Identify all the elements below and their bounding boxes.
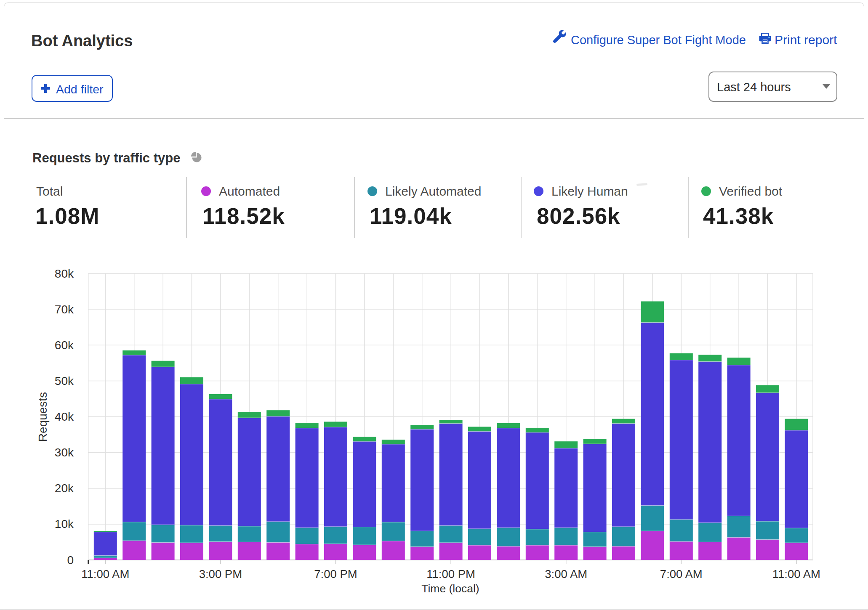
svg-text:Time (local): Time (local) xyxy=(421,582,479,595)
svg-text:3:00 AM: 3:00 AM xyxy=(545,568,587,581)
svg-text:40k: 40k xyxy=(55,410,74,423)
svg-text:20k: 20k xyxy=(55,482,74,495)
svg-text:10k: 10k xyxy=(55,517,74,530)
svg-text:60k: 60k xyxy=(55,339,74,352)
svg-text:11:00 PM: 11:00 PM xyxy=(426,568,475,581)
svg-text:0: 0 xyxy=(67,554,74,567)
svg-text:7:00 AM: 7:00 AM xyxy=(660,568,703,581)
svg-text:30k: 30k xyxy=(55,446,74,459)
svg-text:11:00 AM: 11:00 AM xyxy=(81,568,129,581)
svg-text:3:00 PM: 3:00 PM xyxy=(199,568,242,581)
svg-text:7:00 PM: 7:00 PM xyxy=(314,568,357,581)
svg-text:80k: 80k xyxy=(55,267,74,280)
svg-text:Requests: Requests xyxy=(36,392,49,442)
svg-text:70k: 70k xyxy=(55,303,74,316)
svg-text:50k: 50k xyxy=(55,374,74,387)
svg-text:11:00 AM: 11:00 AM xyxy=(772,568,820,581)
